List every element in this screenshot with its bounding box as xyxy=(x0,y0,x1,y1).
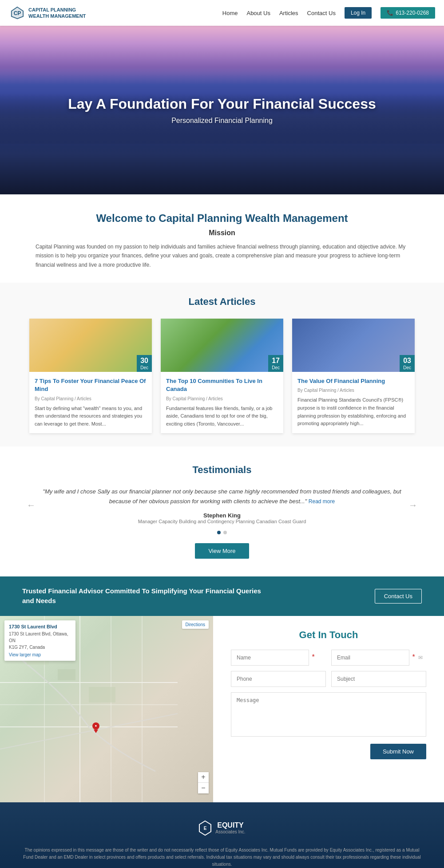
article-title-1[interactable]: 7 Tips To Foster Your Financial Peace Of… xyxy=(35,377,147,393)
testimonial-content: "My wife and I chose Sally as our financ… xyxy=(42,487,402,524)
name-required: * xyxy=(312,653,314,661)
article-excerpt-3: Financial Planning Standards Council's (… xyxy=(297,396,409,427)
article-card-2[interactable]: 17 Dec The Top 10 Communities To Live In… xyxy=(161,319,283,433)
submit-button[interactable]: Submit Now xyxy=(370,744,426,759)
map-container: 1730 St Laurent Blvd 1730 St Laurent Blv… xyxy=(0,616,213,802)
view-more-button[interactable]: View More xyxy=(195,543,249,559)
hero-section: Lay A Foundation For Your Financial Succ… xyxy=(0,26,444,194)
subject-input[interactable] xyxy=(331,671,426,687)
hero-sky xyxy=(0,26,444,85)
map-address-title: 1730 St Laurent Blvd xyxy=(9,624,71,629)
login-button[interactable]: Log In xyxy=(345,7,372,19)
logo-icon: CP xyxy=(9,4,26,21)
article-img-2: 17 Dec xyxy=(161,319,283,372)
map-pin-circle: ● xyxy=(92,722,99,730)
form-row-2 xyxy=(231,671,426,687)
testimonial-quote: "My wife and I chose Sally as our financ… xyxy=(42,487,402,506)
article-by-1: By Capital Planning / Articles xyxy=(35,396,147,401)
testimonial-author: Stephen King xyxy=(42,512,402,519)
name-input[interactable] xyxy=(231,650,309,666)
carousel-prev-arrow[interactable]: ← xyxy=(27,500,36,510)
map-address-detail: 1730 St Laurent Blvd, Ottawa, ONK1G 2Y7,… xyxy=(9,631,71,651)
hero-content: Lay A Foundation For Your Financial Succ… xyxy=(50,96,393,125)
equity-logo-container: E EQUITY Associates Inc. xyxy=(198,820,245,836)
mission-text: Capital Planning was founded on my passi… xyxy=(36,242,408,269)
navigation: CP CAPITAL PLANNING WEALTH MANAGEMENT Ho… xyxy=(0,0,444,26)
map-directions-button[interactable]: Directions xyxy=(182,620,209,629)
footer-equity-logo: E EQUITY Associates Inc. xyxy=(22,820,422,838)
map-info-box: 1730 St Laurent Blvd 1730 St Laurent Blv… xyxy=(4,620,75,661)
nav-about[interactable]: About Us xyxy=(246,10,270,16)
article-excerpt-2: Fundamental features like friends, famil… xyxy=(166,405,278,428)
footer-disclaimer: The opinions expressed in this message a… xyxy=(22,847,422,868)
email-input[interactable] xyxy=(331,650,409,666)
nav-articles[interactable]: Articles xyxy=(279,10,298,16)
testimonials-title: Testimonials xyxy=(27,464,417,476)
cta-banner: Trusted Financial Advisor Committed To S… xyxy=(0,576,444,616)
svg-rect-12 xyxy=(89,687,115,702)
contact-form-title: Get In Touch xyxy=(231,629,426,641)
articles-grid: 30 Dec 7 Tips To Foster Your Financial P… xyxy=(18,319,426,433)
footer: E EQUITY Associates Inc. The opinions ex… xyxy=(0,802,444,868)
contact-section: 1730 St Laurent Blvd 1730 St Laurent Blv… xyxy=(0,616,444,802)
email-icon: ✉ xyxy=(418,655,423,661)
carousel-dot-1[interactable] xyxy=(217,531,221,534)
nav-home[interactable]: Home xyxy=(222,10,238,16)
map-pin: ● xyxy=(92,722,99,731)
form-row-1: * ✉ * xyxy=(231,650,426,666)
article-img-3: 03 Dec xyxy=(292,319,415,372)
map-background: 1730 St Laurent Blvd 1730 St Laurent Blv… xyxy=(0,616,213,802)
nav-contact[interactable]: Contact Us xyxy=(307,10,336,16)
article-date-2: 17 Dec xyxy=(268,355,283,372)
testimonials-section: Testimonials ← "My wife and I chose Sall… xyxy=(0,446,444,576)
map-zoom-controls: + − xyxy=(198,772,209,793)
svg-text:E: E xyxy=(204,826,207,831)
carousel-dots xyxy=(27,531,417,534)
welcome-title: Welcome to Capital Planning Wealth Manag… xyxy=(36,212,408,225)
map-zoom-out[interactable]: − xyxy=(198,783,209,793)
article-title-2[interactable]: The Top 10 Communities To Live In Canada xyxy=(166,377,278,393)
article-date-1: 30 Dec xyxy=(137,355,152,372)
equity-shield-icon: E xyxy=(198,820,212,836)
articles-title: Latest Articles xyxy=(18,296,426,308)
carousel-next-arrow[interactable]: → xyxy=(408,500,417,510)
nav-links: Home About Us Articles Contact Us Log In… xyxy=(222,7,435,19)
welcome-section: Welcome to Capital Planning Wealth Manag… xyxy=(0,194,444,283)
testimonial-carousel: ← "My wife and I chose Sally as our fina… xyxy=(27,487,417,524)
map-larger-link[interactable]: View larger map xyxy=(9,652,71,657)
article-body-1: 7 Tips To Foster Your Financial Peace Of… xyxy=(29,372,152,433)
article-title-3[interactable]: The Value Of Financial Planning xyxy=(297,377,409,385)
email-required: * xyxy=(412,653,415,661)
equity-sub: Associates Inc. xyxy=(215,829,245,834)
article-by-2: By Capital Planning / Articles xyxy=(166,396,278,401)
name-input-wrapper: * xyxy=(231,650,326,666)
testimonial-role: Manager Capacity Building and Contingenc… xyxy=(42,519,402,524)
mission-heading: Mission xyxy=(36,229,408,237)
hero-subtitle: Personalized Financial Planning xyxy=(68,117,376,125)
map-zoom-in[interactable]: + xyxy=(198,772,209,783)
articles-section: Latest Articles 30 Dec 7 Tips To Foster … xyxy=(0,283,444,446)
logo-text: CAPITAL PLANNING WEALTH MANAGEMENT xyxy=(28,7,86,20)
logo[interactable]: CP CAPITAL PLANNING WEALTH MANAGEMENT xyxy=(9,4,86,21)
article-date-3: 03 Dec xyxy=(400,355,415,372)
article-card-3[interactable]: 03 Dec The Value Of Financial Planning B… xyxy=(292,319,415,433)
contact-form-panel: Get In Touch * ✉ * Submit Now xyxy=(213,616,444,802)
map-pin-tail xyxy=(94,730,98,733)
email-input-wrapper: ✉ * xyxy=(331,650,426,666)
cta-text: Trusted Financial Advisor Committed To S… xyxy=(22,586,262,606)
message-textarea[interactable] xyxy=(231,692,426,737)
read-more-link[interactable]: Read more xyxy=(309,498,335,505)
carousel-dot-2[interactable] xyxy=(223,531,227,534)
svg-rect-11 xyxy=(58,669,75,680)
article-body-3: The Value Of Financial Planning By Capit… xyxy=(292,372,415,433)
article-by-3: By Capital Planning / Articles xyxy=(297,388,409,393)
article-body-2: The Top 10 Communities To Live In Canada… xyxy=(161,372,283,433)
phone-button[interactable]: 📞 613-220-0268 xyxy=(381,7,435,19)
article-card-1[interactable]: 30 Dec 7 Tips To Foster Your Financial P… xyxy=(29,319,152,433)
cta-contact-button[interactable]: Contact Us xyxy=(375,589,422,604)
phone-icon: 📞 xyxy=(387,10,393,16)
equity-name: EQUITY xyxy=(215,821,245,829)
hero-title: Lay A Foundation For Your Financial Succ… xyxy=(68,96,376,112)
article-img-1: 30 Dec xyxy=(29,319,152,372)
phone-input[interactable] xyxy=(231,671,326,687)
